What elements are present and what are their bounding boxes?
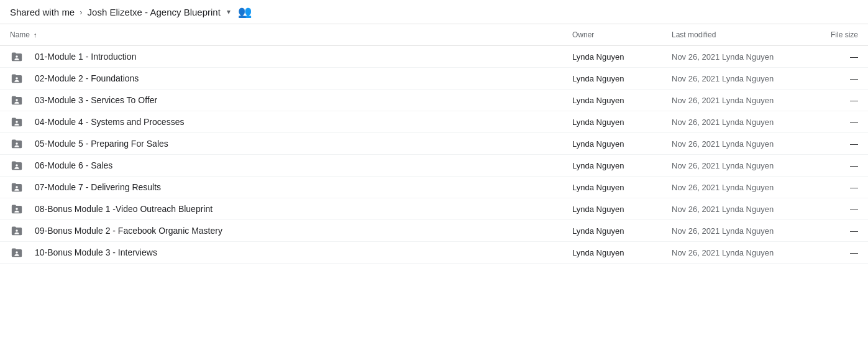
breadcrumb-chevron-icon: ›	[80, 7, 82, 17]
file-name: 02-Module 2 - Foundations	[30, 73, 572, 83]
file-owner: Lynda Nguyen	[572, 139, 672, 149]
table-row[interactable]: 08-Bonus Module 1 -Video Outreach Bluepr…	[0, 198, 868, 220]
file-owner: Lynda Nguyen	[572, 248, 672, 257]
column-owner-label: Owner	[572, 30, 672, 39]
file-modified: Nov 26, 2021 Lynda Nguyen	[672, 226, 808, 236]
file-owner: Lynda Nguyen	[572, 74, 672, 83]
file-modified: Nov 26, 2021 Lynda Nguyen	[672, 118, 808, 127]
column-filesize-label: File size	[808, 30, 858, 39]
file-name: 06-Module 6 - Sales	[30, 160, 572, 170]
file-modified: Nov 26, 2021 Lynda Nguyen	[672, 74, 808, 83]
table-row[interactable]: 01-Module 1 - IntroductionLynda NguyenNo…	[0, 46, 868, 68]
svg-point-8	[16, 229, 18, 232]
svg-point-7	[16, 208, 18, 210]
file-size: —	[808, 52, 858, 62]
shared-folder-icon	[10, 95, 30, 106]
shared-folder-icon	[10, 182, 30, 193]
file-modified: Nov 26, 2021 Lynda Nguyen	[672, 161, 808, 170]
shared-folder-icon	[10, 160, 30, 171]
file-size: —	[808, 183, 858, 192]
breadcrumb-people-icon[interactable]: 👥	[238, 5, 252, 19]
shared-folder-icon	[10, 116, 30, 127]
file-size: —	[808, 161, 858, 170]
breadcrumb-dropdown-icon[interactable]: ▾	[227, 7, 231, 16]
file-modified: Nov 26, 2021 Lynda Nguyen	[672, 205, 808, 214]
breadcrumb: Shared with me › Josh Elizetxe - Agency …	[0, 0, 868, 24]
svg-point-1	[16, 77, 18, 80]
file-size: —	[808, 248, 858, 257]
svg-point-0	[16, 55, 18, 58]
file-size: —	[808, 118, 858, 127]
sort-arrow-icon: ↑	[34, 31, 37, 39]
shared-folder-icon	[10, 51, 30, 62]
svg-point-2	[16, 99, 18, 101]
file-name: 10-Bonus Module 3 - Interviews	[30, 247, 572, 257]
file-owner: Lynda Nguyen	[572, 52, 672, 62]
table-row[interactable]: 03-Module 3 - Services To OfferLynda Ngu…	[0, 90, 868, 111]
file-name: 05-Module 5 - Preparing For Sales	[30, 139, 572, 149]
file-size: —	[808, 226, 858, 236]
file-list: 01-Module 1 - IntroductionLynda NguyenNo…	[0, 46, 868, 264]
file-name: 03-Module 3 - Services To Offer	[30, 95, 572, 105]
file-owner: Lynda Nguyen	[572, 118, 672, 127]
file-modified: Nov 26, 2021 Lynda Nguyen	[672, 183, 808, 192]
table-row[interactable]: 06-Module 6 - SalesLynda NguyenNov 26, 2…	[0, 155, 868, 177]
table-row[interactable]: 04-Module 4 - Systems and ProcessesLynda…	[0, 111, 868, 133]
table-row[interactable]: 09-Bonus Module 2 - Facebook Organic Mas…	[0, 220, 868, 242]
file-size: —	[808, 139, 858, 149]
table-row[interactable]: 05-Module 5 - Preparing For SalesLynda N…	[0, 133, 868, 155]
shared-folder-icon	[10, 138, 30, 149]
file-name: 01-Module 1 - Introduction	[30, 52, 572, 62]
shared-folder-icon	[10, 73, 30, 84]
shared-folder-icon	[10, 203, 30, 214]
table-row[interactable]: 07-Module 7 - Delivering ResultsLynda Ng…	[0, 177, 868, 198]
column-modified-label: Last modified	[672, 30, 808, 39]
file-owner: Lynda Nguyen	[572, 205, 672, 214]
shared-folder-icon	[10, 225, 30, 236]
table-row[interactable]: 02-Module 2 - FoundationsLynda NguyenNov…	[0, 68, 868, 90]
file-name: 09-Bonus Module 2 - Facebook Organic Mas…	[30, 226, 572, 236]
file-owner: Lynda Nguyen	[572, 183, 672, 192]
svg-point-6	[16, 186, 18, 188]
file-modified: Nov 26, 2021 Lynda Nguyen	[672, 139, 808, 149]
file-size: —	[808, 96, 858, 105]
file-size: —	[808, 74, 858, 83]
table-header: Name ↑ Owner Last modified File size	[0, 24, 868, 46]
table-row[interactable]: 10-Bonus Module 3 - InterviewsLynda Nguy…	[0, 242, 868, 264]
file-modified: Nov 26, 2021 Lynda Nguyen	[672, 52, 808, 62]
file-size: —	[808, 205, 858, 214]
svg-point-5	[16, 164, 18, 167]
shared-folder-icon	[10, 247, 30, 258]
svg-point-4	[16, 142, 18, 145]
file-name: 04-Module 4 - Systems and Processes	[30, 117, 572, 127]
file-name: 08-Bonus Module 1 -Video Outreach Bluepr…	[30, 204, 572, 214]
file-owner: Lynda Nguyen	[572, 96, 672, 105]
file-modified: Nov 26, 2021 Lynda Nguyen	[672, 96, 808, 105]
file-modified: Nov 26, 2021 Lynda Nguyen	[672, 248, 808, 257]
file-owner: Lynda Nguyen	[572, 161, 672, 170]
breadcrumb-shared-link[interactable]: Shared with me	[10, 7, 75, 17]
column-name-label[interactable]: Name	[10, 30, 30, 39]
svg-point-3	[16, 121, 18, 123]
breadcrumb-folder-name: Josh Elizetxe - Agency Blueprint	[88, 7, 221, 17]
file-owner: Lynda Nguyen	[572, 226, 672, 236]
file-name: 07-Module 7 - Delivering Results	[30, 182, 572, 192]
svg-point-9	[16, 251, 18, 254]
